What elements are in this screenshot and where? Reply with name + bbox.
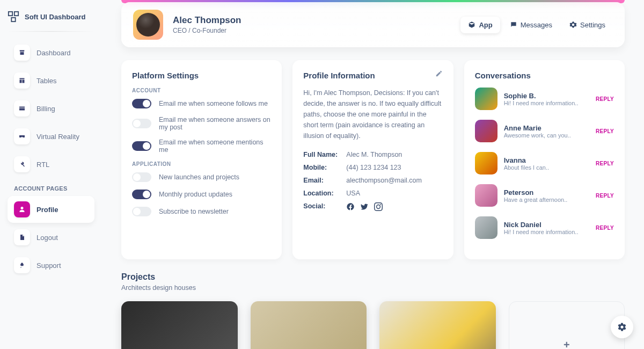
avatar[interactable]	[475, 184, 497, 207]
avatar[interactable]	[475, 152, 497, 174]
reply-button[interactable]: REPLY	[596, 161, 614, 166]
avatar[interactable]	[475, 120, 497, 142]
info-key: Full Name:	[303, 151, 346, 158]
info-row: Mobile:(44) 123 1234 123	[303, 164, 442, 171]
conversation-name: Nick Daniel	[504, 221, 589, 229]
project-image	[379, 301, 496, 349]
nav-label: Support	[36, 261, 61, 270]
facebook-icon[interactable]	[346, 202, 355, 211]
conversation-name: Anne Marie	[504, 124, 589, 132]
reply-button[interactable]: REPLY	[596, 225, 614, 231]
toggle-label: Monthly product updates	[159, 191, 232, 198]
toggle-switch[interactable]	[132, 141, 151, 151]
social-label: Social:	[303, 202, 346, 211]
conversation-message: About files I can..	[504, 164, 589, 171]
toggle-label: Email me when someone mentions me	[159, 139, 271, 154]
info-value: (44) 123 1234 123	[346, 164, 401, 171]
twitter-icon[interactable]	[360, 202, 369, 211]
gear-icon	[569, 21, 577, 28]
toggle-switch[interactable]	[132, 207, 151, 216]
project-card[interactable]: Project #3Minimalist	[379, 301, 496, 349]
nav-header: ACCOUNT PAGES	[14, 185, 94, 192]
section-label: ACCOUNT	[132, 88, 271, 93]
info-key: Location:	[303, 190, 346, 197]
conversation-name: Sophie B.	[504, 92, 589, 100]
tab-messages[interactable]: Messages	[502, 17, 560, 33]
instagram-icon[interactable]	[374, 202, 383, 211]
header-tabs: AppMessagesSettings	[460, 17, 613, 33]
svg-rect-2	[11, 18, 15, 21]
projects-title: Projects	[121, 272, 625, 282]
toggle-row: New launches and projects	[132, 172, 271, 182]
toggle-switch[interactable]	[132, 119, 151, 128]
sidebar-item-tables[interactable]: Tables	[8, 67, 94, 94]
profile-role: CEO / Co-Founder	[173, 27, 241, 34]
svg-rect-1	[14, 12, 18, 16]
logo-icon	[8, 11, 19, 23]
section-label: APPLICATION	[132, 161, 271, 167]
tab-app[interactable]: App	[460, 17, 500, 33]
nav-label: Tables	[36, 77, 57, 85]
info-key: Mobile:	[303, 164, 346, 171]
toggle-row: Monthly product updates	[132, 190, 271, 199]
reply-button[interactable]: REPLY	[596, 128, 614, 134]
edit-icon[interactable]	[435, 70, 443, 79]
nav-label: RTL	[36, 161, 49, 169]
card-title: Conversations	[475, 71, 614, 80]
toggle-label: Subscribe to newsletter	[159, 208, 229, 215]
conversation-message: Have a great afternoon..	[504, 197, 589, 203]
profile-header: Alec Thompson CEO / Co-Founder AppMessag…	[121, 2, 625, 47]
conversation-row: Anne MarieAwesome work, can you..REPLY	[475, 120, 614, 142]
info-key: Email:	[303, 177, 346, 184]
rocket-icon	[14, 257, 30, 273]
card-title: Platform Settings	[132, 71, 271, 80]
sidebar-item-virtual reality[interactable]: Virtual Reality	[8, 123, 94, 150]
gear-icon	[617, 322, 627, 332]
logo-text: Soft UI Dashboard	[25, 13, 85, 21]
sidebar-item-logout[interactable]: Logout	[8, 224, 94, 251]
project-card[interactable]: Project #2Modern	[121, 301, 238, 349]
msg-icon	[510, 21, 517, 28]
sidebar-item-support[interactable]: Support	[8, 252, 94, 279]
conversation-message: Awesome work, can you..	[504, 132, 589, 139]
tab-settings[interactable]: Settings	[562, 17, 613, 33]
reply-button[interactable]: REPLY	[596, 193, 614, 199]
toggle-switch[interactable]	[132, 190, 151, 199]
card-icon	[14, 100, 30, 117]
nav-label: Virtual Reality	[36, 133, 79, 141]
main: Alec Thompson CEO / Co-Founder AppMessag…	[102, 0, 644, 349]
settings-fab[interactable]	[611, 316, 633, 338]
sidebar-item-rtl[interactable]: RTL	[8, 151, 94, 178]
tab-label: Settings	[580, 21, 605, 29]
info-row: Full Name:Alec M. Thompson	[303, 151, 442, 158]
logo[interactable]: Soft UI Dashboard	[8, 11, 94, 23]
reply-button[interactable]: REPLY	[596, 96, 614, 102]
nav-label: Logout	[36, 234, 58, 242]
avatar[interactable]	[475, 88, 497, 110]
conversation-name: Ivanna	[504, 156, 589, 164]
info-row: Location:USA	[303, 190, 442, 197]
projects-desc: Architects design houses	[121, 284, 625, 292]
project-card[interactable]: Project #1Scandinavian	[251, 301, 367, 349]
profile-name: Alec Thompson	[173, 15, 241, 26]
sidebar-item-profile[interactable]: Profile	[8, 196, 94, 223]
nav-label: Dashboard	[36, 49, 71, 57]
avatar[interactable]	[133, 10, 163, 40]
platform-settings-card: Platform Settings ACCOUNT Email me when …	[121, 60, 282, 259]
conversation-message: Hi! I need more information..	[504, 229, 589, 235]
conversation-name: Peterson	[504, 188, 589, 197]
new-project-button[interactable]: +New project	[509, 301, 625, 349]
toggle-switch[interactable]	[132, 172, 151, 182]
toggle-row: Subscribe to newsletter	[132, 207, 271, 216]
tools-icon	[14, 156, 30, 172]
user-icon	[14, 201, 30, 217]
toggle-switch[interactable]	[132, 99, 151, 108]
sidebar-item-billing[interactable]: Billing	[8, 95, 94, 122]
table-icon	[14, 72, 30, 89]
conversation-row: PetersonHave a great afternoon..REPLY	[475, 184, 614, 207]
nav-label: Billing	[36, 105, 55, 113]
projects-section: Projects Architects design houses Projec…	[121, 272, 625, 349]
avatar[interactable]	[475, 216, 497, 239]
conversation-row: IvannaAbout files I can..REPLY	[475, 152, 614, 174]
sidebar-item-dashboard[interactable]: Dashboard	[8, 39, 94, 66]
